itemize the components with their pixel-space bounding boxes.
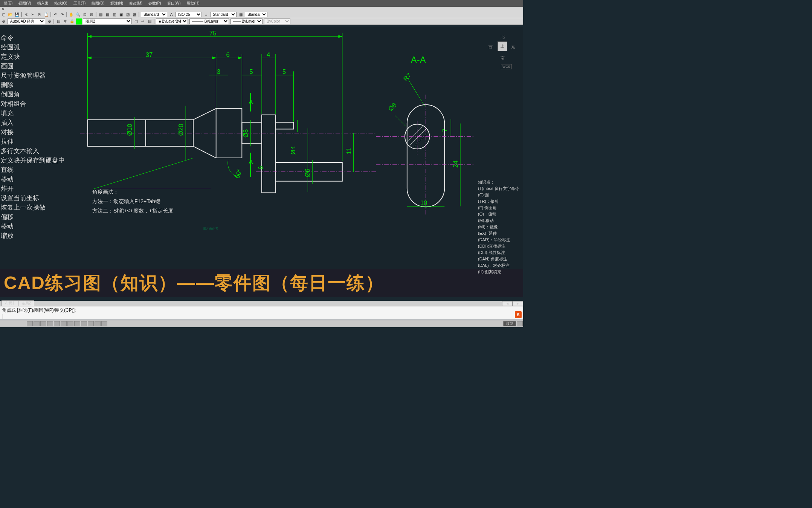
layer-match-icon[interactable]: ▢ xyxy=(133,18,139,24)
osnap-toggle[interactable] xyxy=(54,321,60,326)
save-icon[interactable]: 💾 xyxy=(14,12,20,18)
layout-tab-2[interactable]: 布局2 xyxy=(18,300,35,306)
cmd-item[interactable]: 尺寸资源管理器 xyxy=(1,71,65,80)
cmd-item[interactable]: 炸开 xyxy=(1,184,65,193)
layer-freeze-icon[interactable]: ❄ xyxy=(62,18,68,24)
layer-select[interactable]: 图层2 xyxy=(83,18,132,24)
copy-icon[interactable]: ⎘ xyxy=(37,12,43,18)
cmd-item[interactable]: 多行文本输入 xyxy=(1,146,65,156)
cmd-item[interactable]: 画圆 xyxy=(1,61,65,71)
props-icon[interactable]: ▤ xyxy=(98,12,104,18)
undo-icon[interactable]: ↶ xyxy=(52,12,58,18)
cmd-item[interactable]: 对相组合 xyxy=(1,99,65,109)
scroll-left-icon[interactable]: ◄ xyxy=(502,301,513,306)
command-line[interactable]: 角点或 [栏选(F)/圈围(WP)/圈交(CP)]: | xyxy=(0,306,523,320)
cmd-item[interactable]: 插入 xyxy=(1,118,65,127)
layer-lock-icon[interactable]: 🔒 xyxy=(69,18,75,24)
zoom-window-icon[interactable]: ⊡ xyxy=(82,12,88,18)
redo-icon[interactable]: ↷ xyxy=(59,12,65,18)
wcs-label[interactable]: WCS xyxy=(501,64,512,69)
cut-icon[interactable]: ✂ xyxy=(30,12,36,18)
workspace-select[interactable]: AutoCAD 经典 xyxy=(8,18,45,24)
new-icon[interactable]: ▢ xyxy=(0,12,6,18)
pan-icon[interactable]: ✋ xyxy=(68,12,74,18)
dim-style-select[interactable]: ISO-25 xyxy=(176,12,202,17)
layout-tab-1[interactable]: 布局1 xyxy=(2,300,18,306)
cmd-item[interactable]: 恢复上一次操做 xyxy=(1,203,65,212)
layer-prev-icon[interactable]: ↩ xyxy=(140,18,146,24)
menu-modify[interactable]: 修改(M) xyxy=(126,1,145,6)
menu-param[interactable]: 参数(P) xyxy=(145,1,164,6)
ortho-toggle[interactable] xyxy=(40,321,46,326)
ws-gear-icon[interactable]: ⚙ xyxy=(46,18,52,24)
multi-style-select[interactable]: Standard xyxy=(245,12,267,17)
plotstyle-select[interactable]: ByColor xyxy=(264,18,290,24)
layer-props-icon[interactable]: ▤ xyxy=(55,18,61,24)
cmd-item[interactable]: 拉伸 xyxy=(1,137,65,146)
snap-toggle[interactable] xyxy=(27,321,33,326)
sheet-icon[interactable]: ▣ xyxy=(118,12,124,18)
cmd-item[interactable]: 填充 xyxy=(1,109,65,118)
cmd-item[interactable]: 偏移 xyxy=(1,212,65,222)
menu-dim[interactable]: 标注(N) xyxy=(107,1,126,6)
ducs-toggle[interactable] xyxy=(67,321,73,326)
open-icon[interactable]: 📂 xyxy=(7,12,13,18)
compass-s[interactable]: 南 xyxy=(501,55,505,61)
doc-close-button[interactable]: ✕ xyxy=(0,7,6,11)
sc-toggle[interactable] xyxy=(101,321,107,326)
layer-color-icon[interactable]: ■ xyxy=(76,18,82,24)
cmd-item[interactable]: 缩放 xyxy=(1,231,65,240)
cmd-item[interactable]: 绘圆弧 xyxy=(1,43,65,52)
lineweight-select[interactable]: —— ByLayer xyxy=(230,18,263,24)
menu-help[interactable]: 帮助(H) xyxy=(184,1,203,6)
viewcube-top[interactable]: 上 xyxy=(498,41,507,51)
cmd-item[interactable]: 直线 xyxy=(1,165,65,174)
compass-n[interactable]: 北 xyxy=(501,34,505,40)
menu-format[interactable]: 格式(O) xyxy=(51,1,70,6)
cmd-item[interactable]: 命令 xyxy=(1,33,65,43)
color-select[interactable]: ■ ByLayerByLayer xyxy=(156,18,188,24)
calc-icon[interactable]: ▩ xyxy=(131,12,137,18)
table-style-select[interactable]: Standard xyxy=(210,12,237,17)
menu-view[interactable]: 视图(V) xyxy=(15,1,34,6)
menu-edit[interactable]: 辑(E) xyxy=(1,1,15,6)
cmd-item[interactable]: 对接 xyxy=(1,127,65,137)
annotation-scale[interactable] xyxy=(517,321,523,326)
cmd-item[interactable]: 设置当前坐标 xyxy=(1,193,65,203)
menu-insert[interactable]: 插入(I) xyxy=(34,1,51,6)
cmd-item[interactable]: 移动 xyxy=(1,222,65,231)
cmd-item[interactable]: 删除 xyxy=(1,80,65,90)
cmd-item[interactable]: 定义块 xyxy=(1,52,65,61)
cmd-item[interactable]: 倒圆角 xyxy=(1,90,65,99)
markup-icon[interactable]: ▨ xyxy=(125,12,131,18)
otrack-toggle[interactable] xyxy=(61,321,67,326)
ws-icon[interactable]: ⚙ xyxy=(0,18,6,24)
model-space-button[interactable]: 模型 xyxy=(503,321,516,326)
dimstyle-icon[interactable]: ⟂ xyxy=(203,12,209,18)
menu-tools[interactable]: 工具(T) xyxy=(70,1,89,6)
grid-toggle[interactable] xyxy=(34,321,40,326)
design-center-icon[interactable]: ▦ xyxy=(104,12,110,18)
drawing-viewport[interactable]: 75 37 6 4 3 5 5 Ø10 Ø20 Ø8 Ø4 Ø6 11 6 60… xyxy=(0,27,523,297)
zoom-prev-icon[interactable]: ⊟ xyxy=(89,12,95,18)
text-style-select[interactable]: Standard xyxy=(141,12,167,17)
dyn-toggle[interactable] xyxy=(74,321,80,326)
polar-toggle[interactable] xyxy=(47,321,53,326)
cmd-item[interactable]: 定义块并保存到硬盘中 xyxy=(1,156,65,165)
textstyle-icon[interactable]: A xyxy=(168,12,174,18)
compass-e[interactable]: 东 xyxy=(511,44,515,50)
toolpalette-icon[interactable]: ▥ xyxy=(111,12,117,18)
zoom-icon[interactable]: 🔍 xyxy=(75,12,81,18)
menu-draw[interactable]: 绘图(D) xyxy=(89,1,107,6)
scroll-right-icon[interactable]: ► xyxy=(513,301,523,306)
model-toggle[interactable] xyxy=(95,321,101,326)
menu-window[interactable]: 窗口(W) xyxy=(164,1,184,6)
ime-badge[interactable]: S xyxy=(515,311,522,318)
paste-icon[interactable]: 📋 xyxy=(43,12,49,18)
tablestyle-icon[interactable]: ▦ xyxy=(238,12,244,18)
qp-toggle[interactable] xyxy=(88,321,94,326)
lwt-toggle[interactable] xyxy=(81,321,87,326)
layer-state-icon[interactable]: ▤ xyxy=(147,18,153,24)
compass-w[interactable]: 西 xyxy=(488,44,493,50)
print-icon[interactable]: 🖨 xyxy=(23,12,29,18)
